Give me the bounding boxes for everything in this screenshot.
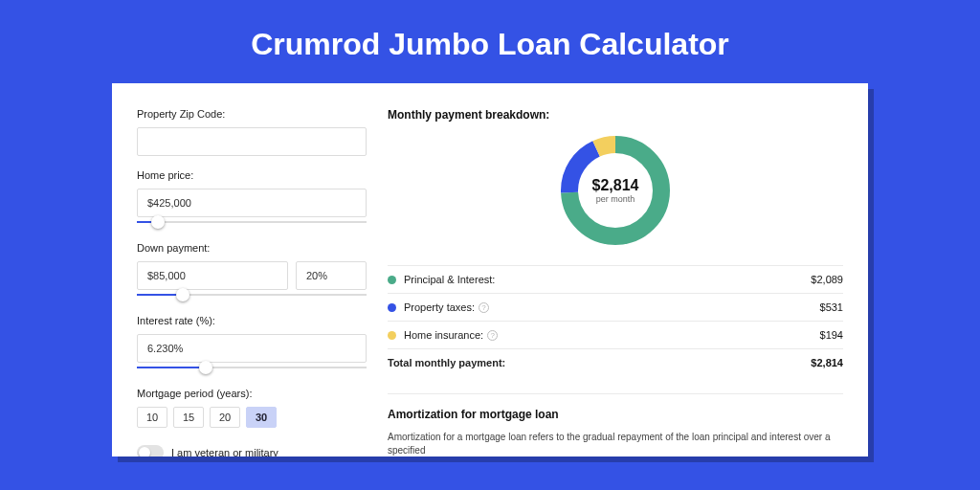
legend-total-label: Total monthly payment: (388, 357, 811, 368)
period-option-10[interactable]: 10 (137, 407, 167, 428)
home-price-label: Home price: (137, 169, 367, 181)
legend-value: $194 (820, 329, 843, 341)
zip-label: Property Zip Code: (137, 108, 367, 120)
page-title: Crumrod Jumbo Loan Calculator (0, 0, 980, 83)
interest-rate-slider[interactable] (137, 365, 367, 374)
legend-row-insurance: Home insurance: ? $194 (388, 322, 843, 349)
legend-value: $531 (820, 301, 843, 313)
info-icon[interactable]: ? (487, 330, 498, 341)
amortization-header: Amortization for mortgage loan (388, 393, 843, 421)
dot-icon (388, 276, 396, 284)
input-panel: Property Zip Code: Home price: Down paym… (137, 108, 367, 445)
legend-label: Home insurance: ? (404, 329, 820, 341)
home-price-slider[interactable] (137, 219, 367, 229)
breakdown-header: Monthly payment breakdown: (388, 108, 843, 122)
dot-icon (388, 303, 396, 312)
info-icon[interactable]: ? (479, 302, 489, 313)
down-payment-pct-input[interactable] (296, 261, 367, 290)
interest-rate-label: Interest rate (%): (137, 315, 367, 326)
legend-label: Principal & Interest: (404, 274, 811, 285)
legend-total-value: $2,814 (811, 357, 843, 368)
down-payment-input[interactable] (137, 261, 288, 290)
legend-row-taxes: Property taxes: ? $531 (388, 294, 843, 322)
breakdown-panel: Monthly payment breakdown: $2,814 per mo… (388, 108, 843, 445)
legend-row-total: Total monthly payment: $2,814 (388, 349, 843, 376)
period-option-20[interactable]: 20 (210, 407, 240, 428)
down-payment-label: Down payment: (137, 242, 367, 254)
veteran-label: I am veteran or military (171, 447, 278, 457)
period-option-30[interactable]: 30 (246, 407, 277, 428)
amortization-text: Amortization for a mortgage loan refers … (388, 431, 843, 457)
interest-rate-input[interactable] (137, 334, 367, 363)
dot-icon (388, 331, 396, 340)
breakdown-legend: Principal & Interest: $2,089 Property ta… (388, 265, 843, 376)
zip-input[interactable] (137, 127, 367, 156)
legend-value: $2,089 (811, 274, 843, 285)
donut-amount: $2,814 (592, 177, 639, 194)
legend-row-principal: Principal & Interest: $2,089 (388, 266, 843, 294)
period-option-15[interactable]: 15 (173, 407, 204, 428)
donut-subtext: per month (596, 194, 635, 204)
mortgage-period-label: Mortgage period (years): (137, 388, 367, 399)
mortgage-period-group: 10 15 20 30 (137, 407, 367, 428)
payment-donut-chart: $2,814 per month (558, 133, 673, 248)
down-payment-slider[interactable] (137, 292, 367, 301)
calculator-card: Property Zip Code: Home price: Down paym… (112, 83, 868, 457)
legend-label: Property taxes: ? (404, 301, 820, 313)
home-price-input[interactable] (137, 189, 367, 217)
veteran-toggle[interactable] (137, 445, 164, 457)
